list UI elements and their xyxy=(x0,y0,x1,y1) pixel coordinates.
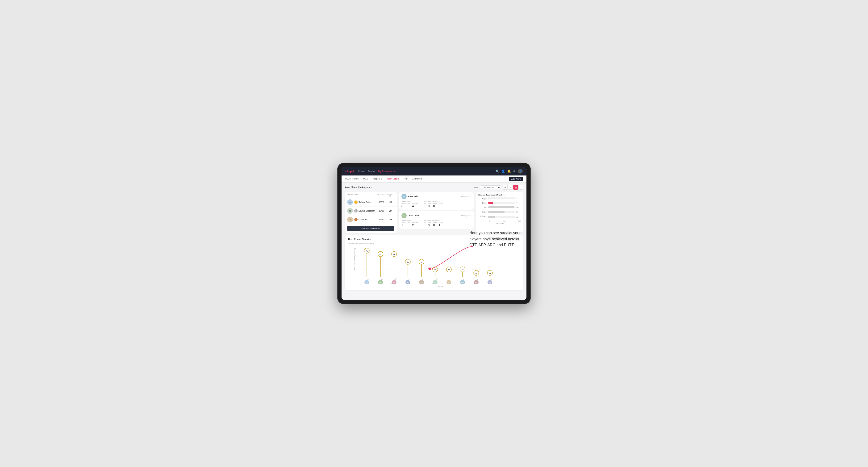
bar-fill-birdies xyxy=(488,202,493,204)
two-column-layout: PLAYER NAME PB SCORE PB AVG SQ RB 1 Rich… xyxy=(345,192,523,233)
subnav-hcaps[interactable]: Hcaps 1-5 xyxy=(372,176,382,182)
bar-chart-panel: Rounds Tournament Practice Eagles 3 xyxy=(476,192,523,233)
team-title: Team Clippd | 14 Players ✏ xyxy=(345,186,372,188)
table-row[interactable]: CA 3 Cameron... 17/20 103 xyxy=(345,215,397,224)
table-row[interactable]: RB 1 Richard Butler 19/20 110 xyxy=(345,198,397,207)
bar-label-eagles: Eagles xyxy=(478,198,487,199)
svg-text:6x: 6x xyxy=(393,253,395,255)
subnav-all-players[interactable]: All Players xyxy=(412,176,423,182)
svg-text:BF: BF xyxy=(448,282,450,283)
ott-label-2: OTT xyxy=(423,222,426,223)
export-button[interactable]: ↑ xyxy=(519,185,523,190)
player-avatar-2: EC xyxy=(347,208,353,214)
bar-track-bogeys xyxy=(488,211,515,213)
player-score-1: 19/20 xyxy=(377,201,386,203)
lb-col-name: PLAYER NAME xyxy=(347,193,377,197)
practice-activities-label: Total Practice Activities xyxy=(423,200,443,202)
app-value-2: 0 xyxy=(428,223,431,227)
chart-title-text: Off The Tee, xyxy=(348,243,359,245)
player-avatar-1: RB xyxy=(347,199,353,205)
subnav-tour[interactable]: Tour xyxy=(403,176,408,182)
practice-col-2: Practice 2 xyxy=(412,222,418,227)
bell-button[interactable]: 🔔 xyxy=(507,169,511,173)
bar-chart-area: Eagles 3 Birdies xyxy=(478,197,521,220)
tournament-label-2: Tournament xyxy=(401,222,410,223)
team-controls: Show Last 3 months Last 6 months Last 12… xyxy=(473,185,523,190)
player-avatar-rees: RB xyxy=(401,194,407,199)
svg-text:3x: 3x xyxy=(475,272,477,274)
bar-label-bogeys: Bogeys xyxy=(478,211,487,213)
search-button[interactable]: 🔍 xyxy=(496,169,499,173)
avatar[interactable]: 👤 xyxy=(518,169,523,174)
nav-home[interactable]: Home xyxy=(358,169,365,173)
subnav-pga[interactable]: PGA xyxy=(363,176,368,182)
nav-links: Home Teams My Performance xyxy=(358,169,496,173)
svg-text:DB: DB xyxy=(393,282,395,283)
activities-row-2: OTT 0 APP 0 ARG xyxy=(423,222,443,227)
rounds-row-2: Tournament 7 Practice 2 xyxy=(401,222,418,227)
team-name: Team Clippd | 14 Players xyxy=(345,186,370,188)
putt-col: PUTT 0 xyxy=(438,203,443,208)
bar-row-eagles: Eagles 3 xyxy=(478,197,521,199)
view-toggle: ⊞ ≡ ▦ ↑ xyxy=(503,185,523,190)
practice-col: Practice 4 xyxy=(412,203,418,208)
practice-value-2: 2 xyxy=(412,223,418,227)
bar-row-pars: Pars 499 xyxy=(478,206,521,208)
team-header: Team Clippd | 14 Players ✏ Show Last 3 m… xyxy=(345,185,523,190)
practice-activities-label-2: Total Practice Activities xyxy=(423,220,443,221)
leaderboard-panel: PLAYER NAME PB SCORE PB AVG SQ RB 1 Rich… xyxy=(345,192,397,233)
bar-fill-pars xyxy=(488,206,515,208)
player-date-josh: 26 Aug 2023 xyxy=(461,215,471,217)
view-full-leaderboard-button[interactable]: View Full Leaderboard xyxy=(347,226,394,231)
period-dropdown[interactable]: Last 3 months Last 6 months Last 12 mont… xyxy=(480,185,501,189)
tournament-value: 8 xyxy=(401,204,410,208)
subnav-team-clippd[interactable]: Team Clippd xyxy=(386,176,399,182)
putt-label-2: PUTT xyxy=(438,222,443,223)
nav-my-performance[interactable]: My Performance xyxy=(378,169,395,173)
total-rounds-label: Total Rounds xyxy=(401,200,418,202)
app-label-2: APP xyxy=(428,222,431,223)
svg-text:7x: 7x xyxy=(366,250,368,252)
practice-label: Practice xyxy=(412,203,418,204)
user-button[interactable]: 👤 xyxy=(501,169,505,173)
bar-fill-dbogeys xyxy=(488,216,495,218)
player-name-2: Edward Crossman xyxy=(359,210,377,212)
practice-activities-group: Total Practice Activities OTT 0 APP xyxy=(423,200,443,208)
bar-val-dbogeys: 131 xyxy=(516,216,521,218)
psc-header-1: RB Rees Britt 02 Sep 2023 xyxy=(401,194,471,199)
ott-col: OTT 0 xyxy=(423,203,426,208)
annotation-text: Here you can see streaks your players ha… xyxy=(469,230,521,248)
settings-button[interactable]: ⊕ xyxy=(513,169,516,173)
bar-track-pars xyxy=(488,206,515,208)
total-rounds-label-2: Total Rounds xyxy=(401,220,418,221)
chart-subtitle-text: Fairway Accuracy xyxy=(359,243,374,245)
chart-title: Rounds Tournament Practice xyxy=(478,194,521,196)
list-view-button[interactable]: ≡ xyxy=(508,185,513,190)
grid-view-button[interactable]: ⊞ xyxy=(503,185,507,190)
arg-col: ARG 0 xyxy=(433,203,437,208)
tournament-value-2: 7 xyxy=(401,223,410,227)
total-rounds-group-2: Total Rounds Tournament 7 Practice xyxy=(401,220,418,227)
svg-text:JC: JC xyxy=(407,282,409,283)
card-view-button[interactable]: ▦ xyxy=(513,185,518,190)
streaks-title: Best Round Streaks xyxy=(348,238,371,241)
rank-badge-1: 1 xyxy=(354,200,358,204)
chart-axis-label: Total Shots xyxy=(478,223,521,224)
svg-text:6x: 6x xyxy=(379,253,381,255)
svg-text:CQ: CQ xyxy=(489,282,491,283)
putt-label: PUTT xyxy=(438,203,443,204)
table-row[interactable]: EC 2 Edward Crossman 18/20 107 xyxy=(345,207,397,215)
player-avg-3: 103 xyxy=(386,218,394,221)
bar-fill-bogeys xyxy=(488,211,504,213)
chart-axis-ticks: 0 200 400 xyxy=(478,220,521,222)
add-team-button[interactable]: Add Team xyxy=(509,177,523,181)
player-stats-panel: RB Rees Britt 02 Sep 2023 Total Rounds T… xyxy=(399,192,474,233)
player-name-josh: Josh Coles xyxy=(408,214,459,217)
svg-text:5x: 5x xyxy=(421,261,423,263)
nav-teams[interactable]: Teams xyxy=(368,169,375,173)
bar-row-bogeys: Bogeys 311 xyxy=(478,211,521,213)
edit-icon[interactable]: ✏ xyxy=(371,186,372,188)
svg-text:RB: RB xyxy=(475,282,477,283)
lb-col-avg: PB AVG SQ xyxy=(386,193,394,197)
subnav-pgat[interactable]: PGAT Players xyxy=(345,176,359,182)
